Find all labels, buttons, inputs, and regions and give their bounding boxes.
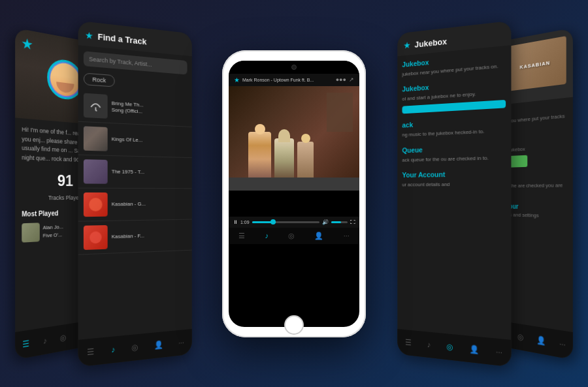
share-icon[interactable]: ↗ bbox=[349, 76, 354, 83]
list-item[interactable]: Bring Me Th... Song (Offici... bbox=[78, 88, 192, 127]
progress-container bbox=[252, 221, 319, 223]
player-track-title: Mark Ronson - Uptown Funk ft. B... bbox=[242, 78, 333, 82]
jukebox-action-button[interactable] bbox=[402, 100, 506, 114]
video-area bbox=[229, 86, 359, 191]
nav-icon-menu[interactable]: ☰ bbox=[87, 347, 94, 357]
volume-bar[interactable] bbox=[331, 221, 348, 223]
play-pause-button[interactable]: ⏸ bbox=[233, 219, 238, 225]
section-text: ur account details and bbox=[402, 180, 506, 188]
progress-thumb[interactable] bbox=[270, 219, 276, 224]
nav-icon-location[interactable]: ◎ bbox=[446, 342, 453, 352]
list-item[interactable]: Kasabian - F... bbox=[78, 219, 192, 255]
track-name: Bring Me Th... Song (Offici... bbox=[112, 100, 144, 116]
power-button[interactable] bbox=[365, 129, 366, 161]
track-thumb-bmth bbox=[84, 93, 108, 118]
track-thumb-kings bbox=[84, 126, 108, 151]
section-title: ack bbox=[402, 116, 506, 129]
video-bottom-bar bbox=[229, 191, 359, 217]
track-name: Kasabian - G... bbox=[112, 200, 146, 208]
cassette-image: KASABIAN bbox=[505, 36, 566, 91]
info-section-5: Your Account ur account details and bbox=[402, 169, 506, 188]
app-scene: ★ Hi! I'm one of the f... really hope yo… bbox=[0, 0, 588, 387]
track-thumb bbox=[22, 222, 40, 241]
list-item[interactable]: Kings Of Le... bbox=[78, 121, 192, 157]
nav-icon-profile[interactable]: 👤 bbox=[536, 335, 546, 346]
info-panel: ★ Jukebox Jukebox jukebox near you where… bbox=[397, 20, 511, 367]
track-name: Kasabian - F... bbox=[112, 232, 144, 240]
section-text: ack queue for the ou are checked in to. bbox=[402, 153, 506, 163]
phone-bottom-nav: ☰ ♪ ◎ 👤 ··· bbox=[229, 228, 359, 244]
nav-icon-menu[interactable]: ☰ bbox=[22, 339, 29, 350]
video-figure-2 bbox=[274, 138, 294, 178]
nav-icon-more[interactable]: ··· bbox=[559, 339, 566, 349]
info-panel-bottom-nav: ☰ ♪ ◎ 👤 ··· bbox=[397, 328, 511, 366]
nav-icon-location[interactable]: ◎ bbox=[517, 332, 523, 342]
track-name: Kings Of Le... bbox=[112, 136, 142, 144]
section-title: Queue bbox=[402, 142, 506, 153]
nav-icon-location[interactable]: ◎ bbox=[60, 332, 66, 343]
video-figure-1 bbox=[248, 132, 271, 178]
video-street bbox=[229, 178, 359, 191]
phone-notch bbox=[229, 61, 359, 74]
player-icons: ●●● ↗ bbox=[336, 76, 354, 83]
phone-nav-music[interactable]: ♪ bbox=[265, 232, 269, 240]
nav-icon-menu[interactable]: ☰ bbox=[405, 337, 412, 347]
fullscreen-icon[interactable]: ⛶ bbox=[350, 219, 355, 225]
nav-icon-music[interactable]: ♪ bbox=[43, 335, 47, 345]
nav-icon-more[interactable]: ··· bbox=[178, 337, 184, 347]
track-name: The 1975 - T... bbox=[112, 168, 144, 176]
phone-nav-location[interactable]: ◎ bbox=[288, 232, 295, 240]
phone-body: ★ Mark Ronson - Uptown Funk ft. B... ●●●… bbox=[222, 50, 366, 337]
controls-bar: ⏸ 1:09 🔊 ⛶ bbox=[229, 217, 359, 228]
left-panel-logo: ★ bbox=[22, 36, 32, 53]
nav-icon-more[interactable]: ··· bbox=[496, 347, 502, 357]
track-thumb-kasabian1 bbox=[84, 192, 108, 216]
nav-icon-location[interactable]: ◎ bbox=[131, 342, 138, 352]
phone-nav-profile[interactable]: 👤 bbox=[314, 232, 323, 240]
phone-nav-menu[interactable]: ☰ bbox=[238, 232, 245, 240]
video-figure-3 bbox=[297, 142, 314, 178]
progress-bar[interactable] bbox=[252, 221, 319, 223]
track-thumb-kasabian2 bbox=[84, 224, 108, 249]
video-scene bbox=[229, 86, 359, 191]
volume-fill bbox=[331, 221, 341, 223]
find-track-panel: ★ Find a Track Search by Track, Artist..… bbox=[78, 20, 192, 367]
find-track-header: ★ Find a Track bbox=[78, 20, 192, 55]
video-background-element bbox=[327, 93, 353, 132]
more-icon[interactable]: ●●● bbox=[336, 76, 346, 83]
info-section-1: Jukebox jukebox near you where put your … bbox=[402, 51, 506, 78]
info-section-3: ack ng music to the jukebox hecked-in to… bbox=[402, 116, 506, 138]
player-logo: ★ bbox=[234, 76, 240, 84]
list-item[interactable]: The 1975 - T... bbox=[78, 155, 192, 189]
nav-icon-profile[interactable]: 👤 bbox=[469, 344, 479, 354]
find-track-logo: ★ bbox=[85, 29, 93, 41]
phone-screen: ★ Mark Ronson - Uptown Funk ft. B... ●●●… bbox=[229, 61, 359, 327]
info-section-4: Queue ack queue for the ou are checked i… bbox=[402, 142, 506, 163]
nav-icon-music[interactable]: ♪ bbox=[111, 345, 115, 354]
home-button[interactable] bbox=[284, 315, 304, 335]
list-item[interactable]: Kasabian - G... bbox=[78, 188, 192, 221]
time-display: 1:09 bbox=[240, 220, 250, 224]
track-info: Alan Jo... Five O'... bbox=[43, 223, 63, 240]
volume-up-button[interactable] bbox=[222, 116, 223, 135]
cassette-label: KASABIAN bbox=[519, 59, 550, 69]
find-track-bottom-nav: ☰ ♪ ◎ 👤 ··· bbox=[78, 328, 192, 366]
volume-icon[interactable]: 🔊 bbox=[322, 219, 329, 225]
nav-icon-music[interactable]: ♪ bbox=[427, 340, 431, 349]
info-logo: ★ bbox=[403, 39, 411, 50]
info-title: Jukebox bbox=[415, 36, 447, 49]
section-title: Your Account bbox=[402, 169, 506, 178]
genre-tag[interactable]: Rock bbox=[84, 72, 114, 87]
info-section-2: Jukebox ol and start a jukebox ne to enj… bbox=[402, 77, 506, 114]
section-text: ng music to the jukebox hecked-in to. bbox=[402, 127, 506, 138]
phone-nav-more[interactable]: ··· bbox=[344, 232, 350, 240]
player-header: ★ Mark Ronson - Uptown Funk ft. B... ●●●… bbox=[229, 74, 359, 86]
volume-down-button[interactable] bbox=[222, 142, 223, 161]
center-phone: ★ Mark Ronson - Uptown Funk ft. B... ●●●… bbox=[222, 50, 366, 337]
camera-dot bbox=[291, 65, 297, 70]
track-thumb-1975 bbox=[84, 159, 108, 184]
find-track-title: Find a Track bbox=[97, 31, 146, 46]
info-sections: Jukebox jukebox near you where put your … bbox=[397, 45, 511, 201]
nav-icon-profile[interactable]: 👤 bbox=[154, 339, 163, 349]
